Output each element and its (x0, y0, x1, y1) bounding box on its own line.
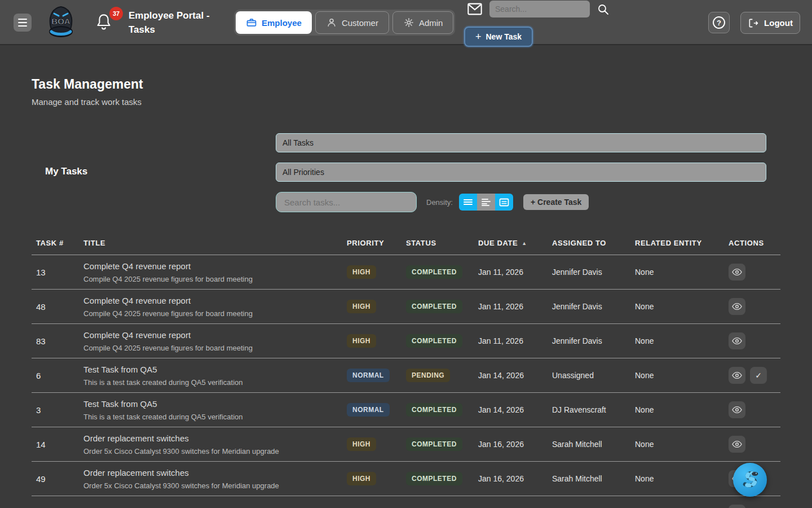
priority-badge: HIGH (347, 300, 376, 313)
task-title: Order replacement switches (83, 468, 347, 478)
table-row: 48Complete Q4 revenue reportCompile Q4 2… (32, 290, 780, 324)
new-task-button[interactable]: + New Task (464, 27, 533, 47)
task-number: 49 (36, 474, 83, 484)
related-entity: None (635, 336, 729, 345)
view-task-button[interactable] (729, 332, 745, 349)
priority-cell: NORMAL (347, 369, 406, 382)
task-title-cell: Complete Q4 revenue reportCompile Q4 202… (83, 261, 347, 283)
view-task-button[interactable] (729, 264, 745, 281)
actions-cell: ✓ (729, 367, 780, 384)
table-row-partial: Order replacement switches (32, 496, 780, 508)
table-row: 83Complete Q4 revenue reportCompile Q4 2… (32, 324, 780, 358)
notification-badge: 37 (109, 7, 123, 20)
task-title-cell: Test Task from QA5This is a test task cr… (83, 365, 347, 387)
task-filter-select[interactable]: All Tasks (276, 133, 766, 152)
task-number: 13 (36, 268, 83, 277)
density-label: Density: (426, 198, 453, 207)
tab-customer[interactable]: Customer (315, 11, 389, 34)
tasks-table: TASK #TITLEPRIORITYSTATUSDUE DATE▲ASSIGN… (32, 231, 780, 508)
column-header-priority[interactable]: PRIORITY (347, 239, 406, 247)
status-cell: COMPLETED (406, 300, 478, 313)
task-title: Complete Q4 revenue report (83, 296, 347, 305)
section-title: My Tasks (45, 166, 87, 177)
help-button[interactable]: ? (708, 12, 730, 33)
density-comfortable-button[interactable] (477, 194, 495, 211)
task-title-cell: Complete Q4 revenue reportCompile Q4 202… (83, 296, 347, 318)
column-header-status[interactable]: STATUS (406, 239, 478, 247)
column-header-assigned-to[interactable]: ASSIGNED TO (552, 239, 635, 247)
tab-employee[interactable]: Employee (236, 11, 312, 34)
column-header-related-entity[interactable]: RELATED ENTITY (635, 239, 729, 247)
top-header: BOA 37 Employee Portal - Tasks Employee … (0, 0, 812, 45)
view-task-button[interactable] (729, 401, 745, 418)
column-header-title[interactable]: TITLE (83, 239, 347, 247)
task-title: Complete Q4 revenue report (83, 261, 347, 271)
due-date: Jan 11, 2026 (478, 268, 552, 277)
compact-lines-icon (463, 198, 473, 206)
task-description: Compile Q4 2025 revenue figures for boar… (83, 344, 347, 352)
magnifier-icon[interactable] (597, 3, 610, 16)
actions-cell (729, 505, 780, 508)
task-number: 48 (36, 302, 83, 312)
priority-badge: NORMAL (347, 403, 390, 417)
due-date: Jan 11, 2026 (478, 336, 552, 345)
envelope-icon[interactable] (467, 2, 483, 16)
hamburger-icon (18, 19, 27, 20)
eye-icon (732, 303, 742, 310)
menu-button[interactable] (14, 14, 32, 32)
task-description: Order 5x Cisco Catalyst 9300 switches fo… (83, 481, 347, 490)
tab-admin[interactable]: Admin (392, 11, 454, 34)
status-badge: COMPLETED (406, 300, 462, 313)
create-task-button[interactable]: + Create Task (523, 194, 589, 210)
task-number: 83 (36, 336, 83, 346)
assigned-to: Jennifer Davis (552, 268, 635, 277)
density-compact-button[interactable] (459, 194, 477, 211)
task-title-cell: Complete Q4 revenue reportCompile Q4 202… (83, 330, 347, 352)
due-date: Jan 14, 2026 (478, 405, 552, 414)
status-cell: COMPLETED (406, 265, 478, 279)
related-entity: None (635, 405, 729, 414)
actions-cell (729, 436, 780, 453)
column-header-due-date[interactable]: DUE DATE▲ (478, 239, 552, 247)
column-header-task-[interactable]: TASK # (36, 239, 83, 247)
status-cell: COMPLETED (406, 437, 478, 451)
assigned-to: Unassigned (552, 371, 635, 380)
eye-icon (732, 406, 742, 414)
view-task-button[interactable] (729, 436, 745, 453)
task-description: Order 5x Cisco Catalyst 9300 switches fo… (83, 447, 347, 456)
density-expanded-button[interactable] (495, 194, 513, 211)
priority-cell: HIGH (347, 472, 406, 485)
comfortable-lines-icon (481, 198, 491, 206)
view-task-button[interactable] (729, 298, 745, 315)
related-entity: None (635, 371, 729, 380)
priority-cell: NORMAL (347, 403, 406, 417)
assigned-to: Sarah Mitchell (552, 440, 635, 449)
eye-icon (732, 268, 742, 276)
complete-task-button[interactable]: ✓ (750, 367, 767, 384)
table-header-row: TASK #TITLEPRIORITYSTATUSDUE DATE▲ASSIGN… (32, 231, 780, 255)
column-header-actions[interactable]: ACTIONS (729, 239, 780, 247)
priority-cell: HIGH (347, 437, 406, 451)
assistant-snake-button[interactable] (733, 463, 767, 497)
snake-icon (738, 468, 762, 492)
due-date: Jan 16, 2026 (478, 474, 552, 483)
global-search-input[interactable] (489, 1, 590, 17)
tasks-search-input[interactable] (276, 192, 417, 212)
task-description: This is a test task created during QA5 v… (83, 413, 347, 421)
task-title-cell: Test Task from QA5This is a test task cr… (83, 399, 347, 421)
assigned-to: Jennifer Davis (552, 302, 635, 311)
priority-filter-select[interactable]: All Priorities (276, 163, 766, 182)
app-title: Employee Portal - Tasks (129, 8, 224, 37)
logout-button[interactable]: Logout (740, 12, 800, 34)
status-badge: COMPLETED (406, 437, 462, 451)
task-description: This is a test task created during QA5 v… (83, 378, 347, 387)
view-task-button[interactable] (729, 505, 745, 508)
task-description: Compile Q4 2025 revenue figures for boar… (83, 309, 347, 318)
view-task-button[interactable] (729, 367, 745, 384)
actions-cell (729, 332, 780, 349)
priority-badge: HIGH (347, 437, 376, 451)
task-title-cell: Order replacement switchesOrder 5x Cisco… (83, 433, 347, 456)
notifications-button[interactable]: 37 (96, 12, 121, 35)
eye-icon (732, 337, 742, 345)
assigned-to: DJ Ravenscraft (552, 405, 635, 414)
